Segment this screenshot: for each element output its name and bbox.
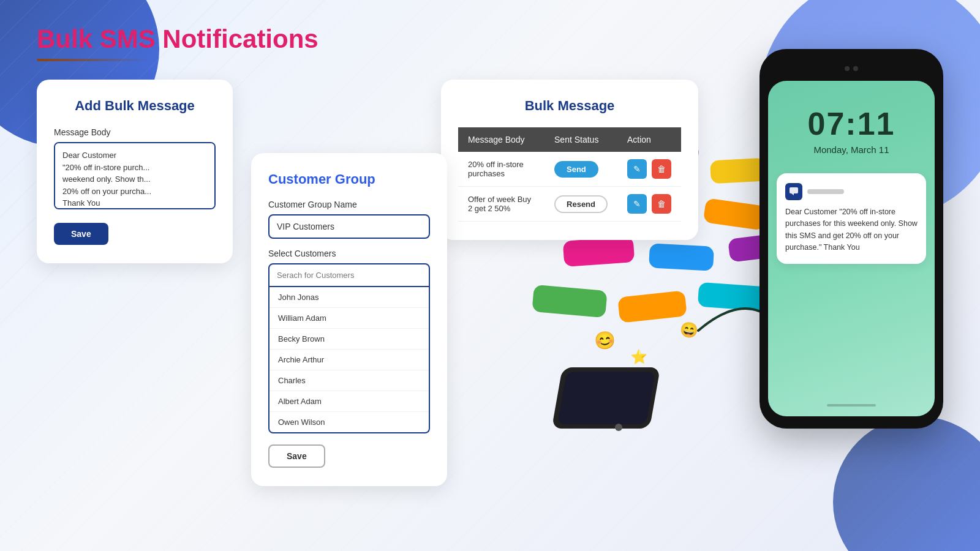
resend-button[interactable]: Resend (554, 195, 608, 213)
col-sent-status: Sent Status (545, 127, 617, 152)
list-item[interactable]: Owen Wilson (270, 412, 429, 432)
customer-group-save-button[interactable]: Save (268, 444, 325, 468)
add-bulk-message-card: Add Bulk Message Message Body Dear Custo… (37, 80, 233, 263)
emoji-star: ⭐ (630, 348, 647, 365)
list-item[interactable]: Charles (270, 370, 429, 391)
bubble-11 (617, 290, 687, 323)
message-body-cell: 20% off in-store purchases (458, 152, 545, 187)
svg-marker-5 (791, 193, 794, 195)
emoji-smile: 😊 (594, 330, 617, 352)
col-action: Action (617, 127, 681, 152)
customer-group-title: Customer Group (268, 171, 430, 187)
col-message-body: Message Body (458, 127, 545, 152)
phone-notch (815, 61, 888, 78)
bulk-message-table: Message Body Sent Status Action 20% off … (458, 127, 681, 222)
phone-time: 07:11 (768, 105, 935, 142)
table-row: Offer of week Buy 2 get 2 50% Resend ✎ 🗑 (458, 187, 681, 222)
sms-text: Dear Customer "20% off in-store purchase… (785, 206, 918, 254)
customer-group-card: Customer Group Customer Group Name Selec… (251, 153, 447, 486)
phone-screen: 07:11 Monday, March 11 Dear Customer "20… (768, 81, 935, 416)
send-button[interactable]: Send (554, 161, 598, 178)
phone-date: Monday, March 11 (768, 144, 935, 155)
action-cell: ✎ 🗑 (617, 152, 681, 187)
action-cell: ✎ 🗑 (617, 187, 681, 222)
customer-list: John Jonas William Adam Becky Brown Arch… (268, 287, 430, 433)
customer-search-input[interactable] (268, 263, 430, 287)
add-bulk-save-button[interactable]: Save (54, 223, 108, 245)
list-item[interactable]: Archie Arthur (270, 350, 429, 370)
emoji-heart: 😄 (679, 320, 699, 340)
action-icons: ✎ 🗑 (627, 194, 671, 214)
phone-frame: 07:11 Monday, March 11 Dear Customer "20… (760, 49, 943, 429)
table-header-row: Message Body Sent Status Action (458, 127, 681, 152)
delete-icon[interactable]: 🗑 (652, 159, 671, 179)
bubble-8 (649, 243, 714, 271)
list-item[interactable]: William Adam (270, 308, 429, 329)
svg-point-2 (615, 424, 622, 431)
edit-icon[interactable]: ✎ (627, 194, 647, 214)
status-cell: Send (545, 152, 617, 187)
message-body-cell: Offer of week Buy 2 get 2 50% (458, 187, 545, 222)
svg-rect-4 (790, 187, 798, 193)
sms-notification-card: Dear Customer "20% off in-store purchase… (777, 173, 926, 264)
bubble-6 (703, 198, 767, 231)
table-row: 20% off in-store purchases Send ✎ 🗑 (458, 152, 681, 187)
action-icons: ✎ 🗑 (627, 159, 671, 179)
add-bulk-card-title: Add Bulk Message (54, 98, 216, 114)
list-item[interactable]: Becky Brown (270, 329, 429, 350)
title-underline (37, 59, 147, 61)
bubble-3 (710, 158, 766, 184)
list-item[interactable]: John Jonas (270, 287, 429, 308)
message-body-label: Message Body (54, 127, 216, 137)
home-indicator (827, 404, 876, 407)
status-cell: Resend (545, 187, 617, 222)
delete-icon[interactable]: 🗑 (652, 194, 671, 214)
edit-icon[interactable]: ✎ (627, 159, 647, 179)
list-item[interactable]: Albert Adam (270, 391, 429, 412)
bulk-message-title: Bulk Message (458, 98, 681, 114)
select-customers-label: Select Customers (268, 249, 430, 258)
sms-sender-bar (807, 189, 844, 194)
bulk-message-card: Bulk Message Message Body Sent Status Ac… (441, 80, 698, 240)
sms-icon-row (785, 183, 918, 200)
sms-app-icon (785, 183, 802, 200)
group-name-label: Customer Group Name (268, 200, 430, 209)
message-body-textarea[interactable]: Dear Customer "20% off in-store purch...… (54, 142, 216, 209)
group-name-input[interactable] (268, 214, 430, 239)
